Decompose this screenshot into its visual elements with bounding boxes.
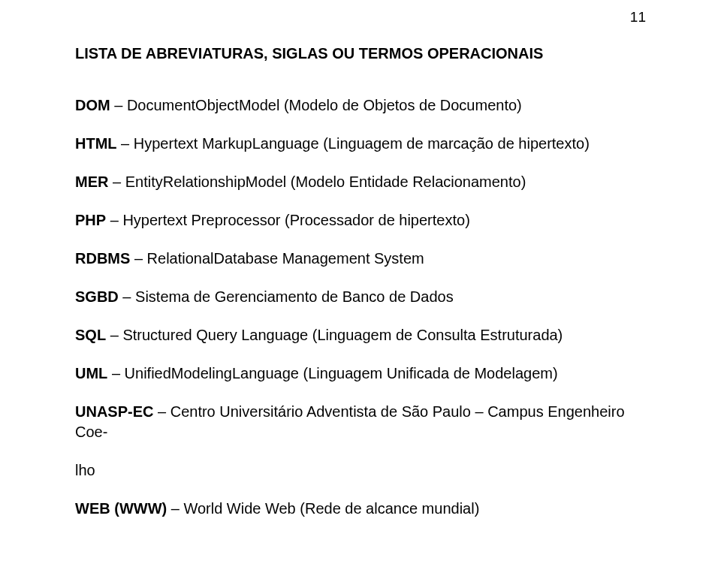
abbr-entry: SQL – Structured Query Language (Linguag… xyxy=(75,325,646,345)
abbr-entry: MER – EntityRelationshipModel (Modelo En… xyxy=(75,172,646,192)
abbr-entry: PHP – Hypertext Preprocessor (Processado… xyxy=(75,210,646,231)
abbr-desc: Hypertext Preprocessor (Processador de h… xyxy=(122,212,469,228)
sep: – xyxy=(107,365,124,381)
sep: – xyxy=(117,135,134,152)
abbr-term: MER xyxy=(75,173,108,190)
abbr-term: HTML xyxy=(75,135,117,152)
sep: – xyxy=(106,212,122,228)
abbr-term: UML xyxy=(75,365,107,381)
abbr-desc: Sistema de Gerenciamento de Banco de Dad… xyxy=(135,288,454,305)
abbr-entry: UML – UnifiedModelingLanguage (Linguagem… xyxy=(75,363,646,384)
abbr-desc: DocumentObjectModel (Modelo de Objetos d… xyxy=(127,97,522,113)
abbr-desc: UnifiedModelingLanguage (Linguagem Unifi… xyxy=(125,365,558,381)
abbr-desc: RelationalDatabase Management System xyxy=(147,250,424,267)
abbr-term: PHP xyxy=(75,212,106,228)
abbr-term: SGBD xyxy=(75,288,119,305)
abbr-desc: Hypertext MarkupLanguage (Linguagem de m… xyxy=(134,135,590,152)
abbr-entry-unasp-line1: UNASP-EC – Centro Universitário Adventis… xyxy=(75,402,646,442)
sep: – xyxy=(119,288,135,305)
sep: – xyxy=(106,327,122,343)
abbr-entry-unasp-line2: lho xyxy=(75,460,646,481)
abbr-term: DOM xyxy=(75,97,110,113)
abbr-term: WEB (WWW) xyxy=(75,500,167,517)
sep: – xyxy=(108,173,125,190)
page-number: 11 xyxy=(630,9,646,26)
abbr-entry: SGBD – Sistema de Gerenciamento de Banco… xyxy=(75,287,646,307)
sep: – xyxy=(130,250,146,267)
abbr-term: SQL xyxy=(75,327,106,343)
abbr-entry: HTML – Hypertext MarkupLanguage (Linguag… xyxy=(75,134,646,154)
abbr-entry: RDBMS – RelationalDatabase Management Sy… xyxy=(75,249,646,269)
abbr-desc: World Wide Web (Rede de alcance mundial) xyxy=(183,500,479,517)
sep: – xyxy=(153,403,170,420)
abbr-desc: EntityRelationshipModel (Modelo Entidade… xyxy=(125,173,526,190)
page-title: LISTA DE ABREVIATURAS, SIGLAS OU TERMOS … xyxy=(75,45,646,62)
abbr-term: UNASP-EC xyxy=(75,403,153,420)
sep: – xyxy=(167,500,183,517)
abbr-entry: WEB (WWW) – World Wide Web (Rede de alca… xyxy=(75,499,646,519)
abbr-entry: DOM – DocumentObjectModel (Modelo de Obj… xyxy=(75,95,646,116)
abbr-term: RDBMS xyxy=(75,250,130,267)
abbr-desc-part: lho xyxy=(75,462,95,478)
abbr-desc: Structured Query Language (Linguagem de … xyxy=(122,327,563,343)
sep: – xyxy=(110,97,127,113)
document-page: 11 LISTA DE ABREVIATURAS, SIGLAS OU TERM… xyxy=(0,0,721,588)
